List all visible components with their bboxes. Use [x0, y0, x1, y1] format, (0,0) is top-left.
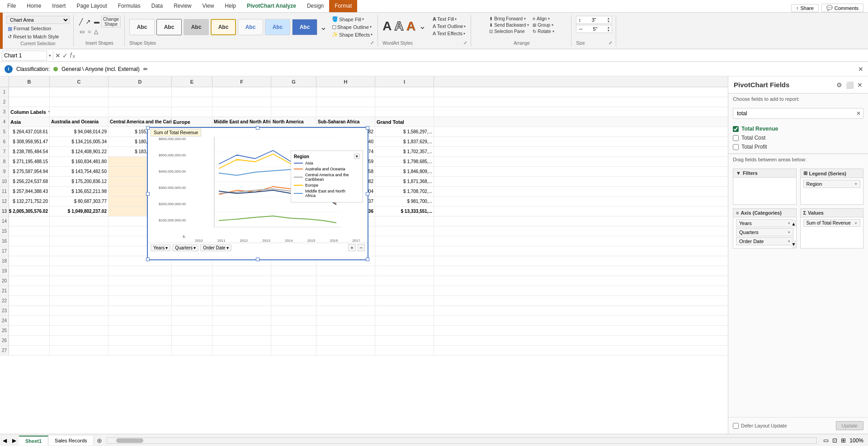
- comments-button[interactable]: 💬 Comments: [821, 4, 863, 12]
- outline-dropdown-arrow[interactable]: ▾: [370, 25, 372, 29]
- shape-effects-button[interactable]: ✨ Shape Effects ▾: [330, 31, 374, 38]
- name-box-dropdown[interactable]: ▾: [49, 53, 51, 58]
- send-backward-button[interactable]: ⬇ Send Backward ▾: [488, 22, 530, 28]
- enter-icon[interactable]: ✓: [62, 52, 68, 59]
- tab-data[interactable]: Data: [146, 0, 168, 12]
- search-input[interactable]: [733, 108, 863, 119]
- triangle-shape[interactable]: △: [93, 28, 99, 35]
- axis-order-date-tag[interactable]: Order Date ▾: [736, 237, 793, 245]
- height-down[interactable]: ▼: [607, 20, 610, 23]
- field-total-profit[interactable]: Total Profit: [733, 142, 863, 151]
- handle-bm[interactable]: [256, 258, 259, 261]
- axis-quarters-tag[interactable]: Quarters ▾: [736, 228, 793, 236]
- order-date-axis-button[interactable]: Order Date ▾: [200, 244, 231, 251]
- shape-style-3[interactable]: Abc: [184, 19, 209, 35]
- legend-region-tag[interactable]: Region ▾: [803, 180, 861, 188]
- shape-style-4[interactable]: Abc: [211, 19, 236, 35]
- width-down[interactable]: ▼: [607, 29, 610, 32]
- tab-design[interactable]: Design: [302, 0, 329, 12]
- rotate-button[interactable]: ↻ Rotate ▾: [531, 28, 555, 34]
- tab-help[interactable]: Help: [219, 0, 241, 12]
- wordart-a-outline[interactable]: A: [395, 19, 404, 33]
- pivot-chart[interactable]: Sum of Total Revenue $600,000,000.00 $50…: [147, 127, 368, 260]
- text-outline-button[interactable]: A Text Outline ▾: [431, 23, 467, 29]
- values-sum-revenue-tag[interactable]: Sum of Total Revenue ▾: [803, 219, 861, 227]
- page-layout-view-button[interactable]: ⊡: [832, 437, 837, 444]
- formula-input[interactable]: [77, 52, 866, 59]
- axis-scroll-down[interactable]: ▼: [792, 240, 796, 248]
- share-button[interactable]: ↑ Share: [791, 4, 819, 12]
- arrow-shape[interactable]: ↗: [84, 16, 92, 28]
- years-axis-button[interactable]: Years ▾: [151, 244, 170, 251]
- wordart-a-orange[interactable]: A: [406, 19, 415, 33]
- text-outline-arrow[interactable]: ▾: [464, 24, 466, 28]
- shape-style-6[interactable]: Abc: [265, 19, 290, 35]
- page-break-view-button[interactable]: ⊞: [841, 437, 846, 444]
- group-button[interactable]: ⊞ Group ▾: [531, 22, 555, 28]
- handle-tl[interactable]: [146, 126, 150, 130]
- tab-pivotchart-analyze[interactable]: PivotChart Analyze: [241, 0, 302, 12]
- oval-shape[interactable]: ○: [86, 28, 92, 35]
- axis-years-tag[interactable]: Years ▾: [736, 219, 793, 227]
- tab-view[interactable]: View: [197, 0, 220, 12]
- chart-area-dropdown[interactable]: Chart Area: [6, 16, 70, 24]
- tab-page-layout[interactable]: Page Layout: [71, 0, 112, 12]
- format-selection-button[interactable]: ▦ Format Selection: [6, 25, 70, 32]
- panel-expand-button[interactable]: ⬜: [846, 81, 854, 89]
- scroll-right-button[interactable]: ▶: [9, 437, 19, 445]
- name-box[interactable]: [2, 51, 47, 61]
- handle-br[interactable]: [366, 258, 369, 261]
- field-checkbox-total-revenue[interactable]: [733, 126, 739, 132]
- defer-checkbox[interactable]: [733, 423, 739, 429]
- field-total-cost[interactable]: Total Cost: [733, 133, 863, 142]
- chart-remove-button[interactable]: −: [358, 244, 365, 251]
- text-fill-button[interactable]: A Text Fill ▾: [431, 16, 467, 22]
- selection-pane-button[interactable]: ⊡ Selection Pane: [488, 28, 530, 34]
- add-sheet-button[interactable]: ⊕: [94, 436, 105, 445]
- line-shape[interactable]: ╱: [78, 16, 84, 28]
- rounded-rect-shape[interactable]: ▭: [78, 28, 86, 35]
- cancel-icon[interactable]: ✕: [55, 52, 61, 59]
- field-checkbox-total-cost[interactable]: [733, 135, 739, 141]
- classification-close[interactable]: ✕: [858, 66, 863, 73]
- tab-insert[interactable]: Insert: [47, 0, 71, 12]
- scroll-left-button[interactable]: ◀: [0, 437, 9, 445]
- text-effects-arrow[interactable]: ▾: [463, 32, 465, 36]
- effects-dropdown-arrow[interactable]: ▾: [371, 33, 373, 37]
- panel-settings-button[interactable]: ⚙: [836, 81, 842, 89]
- align-button[interactable]: ≡ Align ▾: [531, 16, 555, 22]
- handle-tm[interactable]: [256, 126, 259, 130]
- tab-formulas[interactable]: Formulas: [113, 0, 146, 12]
- tab-format[interactable]: Format: [329, 0, 357, 12]
- shape-style-7[interactable]: Abc: [292, 19, 317, 35]
- field-checkbox-total-profit[interactable]: [733, 144, 739, 150]
- text-effects-button[interactable]: A Text Effects ▾: [431, 30, 467, 37]
- change-shape-button[interactable]: ChangeShape: [101, 16, 121, 28]
- search-clear-button[interactable]: ✕: [856, 110, 861, 117]
- legend-filter-button[interactable]: ▾: [354, 154, 360, 159]
- chart-add-button[interactable]: +: [348, 244, 355, 251]
- shape-outline-button[interactable]: ▢ Shape Outline ▾: [330, 23, 374, 30]
- panel-close-button[interactable]: ✕: [857, 81, 863, 89]
- defer-label[interactable]: Defer Layout Update: [733, 423, 787, 429]
- axis-scroll-up[interactable]: ▲: [792, 220, 796, 228]
- height-up[interactable]: ▲: [607, 17, 610, 20]
- field-total-revenue[interactable]: Total Revenue: [733, 124, 863, 133]
- normal-view-button[interactable]: ▭: [823, 437, 829, 444]
- handle-ml[interactable]: [146, 192, 150, 196]
- h-scrollbar-thumb[interactable]: [116, 438, 143, 443]
- fill-dropdown-arrow[interactable]: ▾: [362, 17, 364, 21]
- shape-style-5[interactable]: Abc: [238, 19, 263, 35]
- shape-styles-expand[interactable]: ⤢: [370, 40, 374, 45]
- h-scrollbar[interactable]: [107, 437, 817, 444]
- wordart-more[interactable]: ⌄: [418, 21, 427, 31]
- quarters-axis-button[interactable]: Quarters ▾: [172, 244, 198, 251]
- shape-styles-more[interactable]: ⌄: [319, 22, 328, 32]
- reset-to-match-button[interactable]: ↺ Reset to Match Style: [6, 33, 70, 40]
- size-expand[interactable]: ⤢: [609, 40, 612, 45]
- shape-fill-button[interactable]: 🪣 Shape Fill ▾: [330, 16, 374, 23]
- tab-review[interactable]: Review: [168, 0, 197, 12]
- shape-style-1[interactable]: Abc: [129, 19, 155, 35]
- wordart-a-plain[interactable]: A: [382, 19, 392, 33]
- rect-shape[interactable]: ▬: [93, 16, 101, 28]
